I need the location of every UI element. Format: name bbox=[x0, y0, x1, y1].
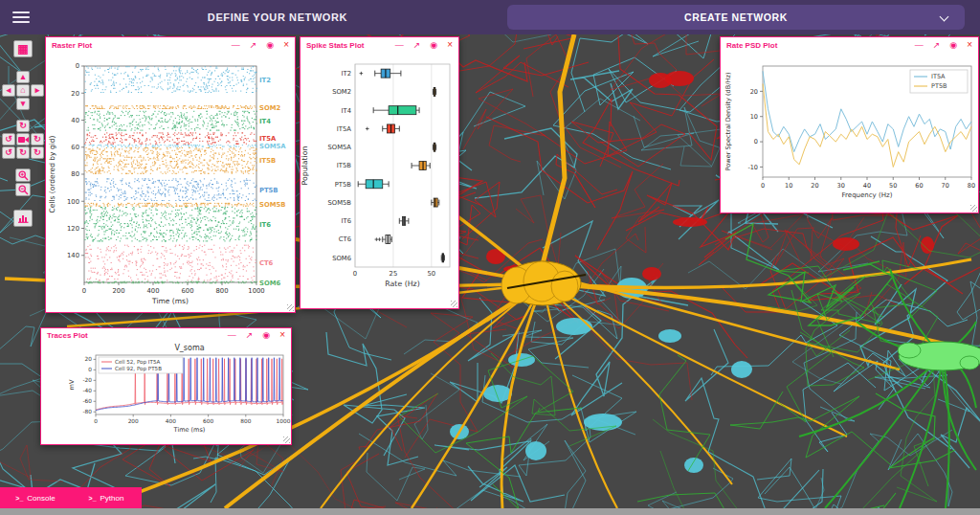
spike-stats-canvas: IT2SOM2IT4IT5ASOM5AIT5BPT5BSOM5BIT6CT6SO… bbox=[301, 53, 458, 305]
svg-text:SOM5A: SOM5A bbox=[327, 144, 351, 151]
svg-text:400: 400 bbox=[166, 418, 176, 424]
rate-psd-titlebar[interactable]: Rate PSD Plot — ↗ ◉ × bbox=[721, 37, 978, 53]
minimize-icon[interactable]: — bbox=[228, 331, 236, 340]
close-icon[interactable]: × bbox=[279, 330, 285, 340]
snapshot-icon[interactable]: ◉ bbox=[266, 41, 274, 50]
expand-icon[interactable]: ↗ bbox=[246, 331, 254, 340]
menu-icon[interactable] bbox=[0, 0, 42, 34]
snapshot-icon[interactable]: ◉ bbox=[262, 331, 270, 340]
minimize-icon[interactable]: — bbox=[232, 41, 240, 50]
plots-icon: ▦ bbox=[17, 43, 28, 55]
resize-handle[interactable] bbox=[283, 437, 290, 443]
svg-text:10: 10 bbox=[750, 113, 758, 121]
svg-text:IT4: IT4 bbox=[259, 118, 271, 125]
bottom-scrollbar[interactable] bbox=[0, 508, 980, 515]
svg-text:200: 200 bbox=[128, 418, 139, 424]
arrow-down-icon: ▾ bbox=[21, 100, 26, 108]
snapshot-icon[interactable]: ◉ bbox=[430, 41, 437, 50]
svg-text:10: 10 bbox=[785, 182, 792, 190]
close-icon[interactable]: × bbox=[447, 40, 453, 50]
svg-text:-40: -40 bbox=[83, 388, 93, 393]
raster-plot-titlebar[interactable]: Raster Plot — ↗ ◉ × bbox=[46, 37, 295, 53]
close-icon[interactable]: × bbox=[967, 40, 972, 50]
svg-text:IT6: IT6 bbox=[259, 221, 271, 229]
resize-handle[interactable] bbox=[970, 205, 977, 212]
plots-panel-button[interactable]: ▦ bbox=[13, 40, 33, 57]
create-network-button[interactable]: CREATE NETWORK bbox=[507, 5, 965, 30]
svg-text:20: 20 bbox=[750, 88, 758, 96]
expand-icon[interactable]: ↗ bbox=[413, 41, 421, 50]
close-icon[interactable]: × bbox=[283, 40, 289, 50]
snapshot-icon[interactable]: ◉ bbox=[949, 41, 957, 50]
svg-text:120: 120 bbox=[67, 225, 79, 233]
svg-text:50: 50 bbox=[428, 270, 436, 278]
roll-right-button[interactable]: ↻ bbox=[31, 146, 44, 159]
chevron-down-icon bbox=[940, 12, 949, 22]
svg-text:0: 0 bbox=[76, 62, 79, 70]
svg-text:60: 60 bbox=[71, 144, 79, 151]
resize-handle[interactable] bbox=[451, 301, 457, 307]
rotate-left-button[interactable]: ↺ bbox=[2, 133, 15, 146]
svg-text:800: 800 bbox=[216, 287, 229, 295]
console-bar: >_ Console >_ Python bbox=[0, 487, 142, 508]
tab-python-label: Python bbox=[100, 494, 124, 503]
window-title: Spike Stats Plot bbox=[306, 41, 395, 50]
svg-text:mV: mV bbox=[68, 379, 76, 390]
svg-text:800: 800 bbox=[240, 418, 251, 424]
home-view-button[interactable]: ⌂ bbox=[16, 84, 30, 97]
rotate-down-button[interactable]: ↻ bbox=[16, 146, 30, 159]
svg-text:200: 200 bbox=[113, 287, 125, 295]
svg-text:IT5B: IT5B bbox=[337, 162, 351, 169]
svg-text:IT2: IT2 bbox=[259, 77, 271, 84]
svg-text:1000: 1000 bbox=[277, 418, 291, 424]
plot-tools-button[interactable] bbox=[13, 210, 33, 227]
rotate-left-icon: ↺ bbox=[5, 135, 12, 144]
rotate-up-icon: ↻ bbox=[19, 122, 27, 130]
pan-right-button[interactable]: ▸ bbox=[31, 84, 44, 97]
svg-text:Cells (ordered by gid): Cells (ordered by gid) bbox=[48, 135, 56, 213]
svg-text:20: 20 bbox=[811, 182, 818, 190]
traces-plot-titlebar[interactable]: Traces Plot — ↗ ◉ × bbox=[41, 328, 291, 342]
svg-text:Cell 92, Pop PT5B: Cell 92, Pop PT5B bbox=[115, 366, 162, 372]
svg-text:V_soma: V_soma bbox=[174, 344, 204, 352]
resize-handle[interactable] bbox=[287, 304, 294, 311]
svg-text:1000: 1000 bbox=[248, 287, 264, 295]
pan-up-button[interactable]: ▴ bbox=[16, 71, 30, 83]
terminal-icon: >_ bbox=[15, 495, 23, 502]
svg-text:SOM2: SOM2 bbox=[259, 104, 280, 112]
tab-console[interactable]: >_ Console bbox=[0, 487, 71, 508]
minimize-icon[interactable]: — bbox=[395, 41, 404, 50]
svg-text:IT6: IT6 bbox=[342, 217, 351, 225]
rotate-down-icon: ↻ bbox=[19, 148, 27, 157]
expand-icon[interactable]: ↗ bbox=[250, 41, 257, 50]
svg-text:0: 0 bbox=[353, 270, 357, 278]
svg-text:20: 20 bbox=[85, 356, 93, 362]
svg-text:Population: Population bbox=[301, 146, 309, 185]
rotate-up-button[interactable]: ↻ bbox=[16, 120, 30, 132]
window-title: Traces Plot bbox=[47, 331, 228, 340]
svg-text:SOM5A: SOM5A bbox=[259, 143, 286, 150]
zoom-out-button[interactable] bbox=[15, 183, 31, 196]
pan-down-button[interactable]: ▾ bbox=[16, 98, 30, 110]
bar-chart-icon bbox=[17, 213, 29, 223]
svg-text:0: 0 bbox=[761, 182, 765, 190]
minimize-icon[interactable]: — bbox=[915, 41, 924, 50]
svg-text:100: 100 bbox=[67, 198, 79, 206]
traces-plot-window: Traces Plot — ↗ ◉ × V_soma200-20-40-60-8… bbox=[40, 327, 292, 445]
traces-plot-canvas: V_soma200-20-40-60-80mV02004006008001000… bbox=[41, 342, 291, 441]
pan-left-button[interactable]: ◂ bbox=[2, 84, 15, 97]
tab-python[interactable]: >_ Python bbox=[71, 487, 142, 508]
zoom-in-button[interactable] bbox=[15, 168, 31, 182]
expand-icon[interactable]: ↗ bbox=[933, 41, 941, 50]
svg-text:70: 70 bbox=[942, 182, 949, 190]
svg-text:-80: -80 bbox=[83, 409, 93, 414]
svg-text:SOM5B: SOM5B bbox=[327, 199, 351, 207]
rotate-right-button[interactable]: ↻ bbox=[31, 133, 44, 146]
roll-left-button[interactable]: ↺ bbox=[2, 146, 15, 159]
svg-text:-10: -10 bbox=[747, 164, 758, 171]
svg-text:PT5B: PT5B bbox=[259, 187, 278, 194]
viewport-toolbar: ▦ ▴ ◂ ⌂ ▸ ▾ ↻ ↺ ↻ ↺ ↻ ↻ bbox=[3, 40, 43, 227]
rotate-right-icon: ↻ bbox=[33, 135, 41, 144]
camera-view-button[interactable] bbox=[16, 133, 30, 146]
spike-stats-titlebar[interactable]: Spike Stats Plot — ↗ ◉ × bbox=[301, 37, 458, 53]
